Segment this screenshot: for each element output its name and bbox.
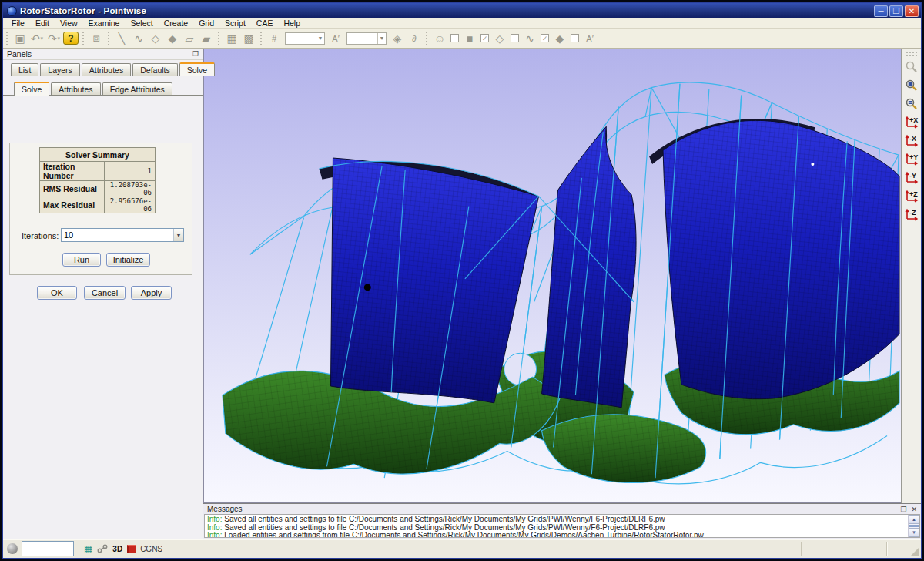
toolbar-grip[interactable] xyxy=(906,55,917,56)
save-icon[interactable]: ▣ xyxy=(12,31,28,46)
grid-mode-icon[interactable]: ▦ xyxy=(84,543,92,554)
toolbar-grip[interactable] xyxy=(425,32,429,45)
undo-icon[interactable]: ↶▾ xyxy=(29,31,45,46)
menu-script[interactable]: Script xyxy=(219,18,251,28)
view-minus-x-button[interactable]: -X xyxy=(903,132,920,149)
view-toolbar: +X -X +Y -Y +Z -Z xyxy=(901,49,921,503)
restore-button[interactable]: ❐ xyxy=(889,5,903,17)
menu-edit[interactable]: Edit xyxy=(30,18,55,28)
main-toolbar: ▣ ↶▾ ↷▾ ? ⧈ ╲ ∿ ◇ ◆ ▱ ▰ ▦ ▩ # ▼ A′ ▼ ◈ ∂… xyxy=(3,29,921,49)
close-button[interactable]: ✕ xyxy=(905,5,919,17)
menu-help[interactable]: Help xyxy=(278,18,306,28)
zoom-equal-icon[interactable] xyxy=(903,95,920,112)
selection-dot[interactable] xyxy=(364,284,371,291)
tab-attributes[interactable]: Attributes xyxy=(82,63,131,76)
close-icon[interactable]: ✕ xyxy=(911,506,917,513)
messages-header[interactable]: Messages ❐ ✕ xyxy=(203,504,921,514)
spacing-combobox[interactable]: ▼ xyxy=(346,32,387,45)
menu-examine[interactable]: Examine xyxy=(83,18,126,28)
toolbar-grip[interactable] xyxy=(107,32,111,45)
solve-icon[interactable]: ◈ xyxy=(390,31,405,46)
toolbar-grip[interactable] xyxy=(259,32,263,45)
minimize-button[interactable]: ─ xyxy=(874,5,888,17)
scrollbar-thumb[interactable] xyxy=(909,525,919,527)
messages-log[interactable]: Info: Saved all entities and settings to… xyxy=(204,514,920,538)
structured-grid-icon[interactable]: ▦ xyxy=(224,31,239,46)
view-minus-y-button[interactable]: -Y xyxy=(903,169,920,186)
mask-database-icon[interactable]: ◆ xyxy=(552,31,567,46)
menu-cae[interactable]: CAE xyxy=(251,18,279,28)
shaded-block-icon[interactable]: ▰ xyxy=(199,31,214,46)
scroll-up-icon[interactable]: ▲ xyxy=(909,515,919,524)
cancel-button[interactable]: Cancel xyxy=(84,286,126,300)
ok-button[interactable]: OK xyxy=(37,286,77,300)
connector-icon[interactable]: ╲ xyxy=(114,31,129,46)
run-button[interactable]: Run xyxy=(62,253,101,267)
view-plus-y-button[interactable]: +Y xyxy=(903,150,920,167)
curve-icon[interactable]: ∿ xyxy=(131,31,146,46)
float-panel-icon[interactable]: ❐ xyxy=(192,50,199,58)
iterations-input[interactable] xyxy=(62,229,173,241)
subtab-solve[interactable]: Solve xyxy=(14,82,49,96)
panels-icon[interactable]: ⧈ xyxy=(89,31,104,46)
spacing-icon[interactable]: A′ xyxy=(328,31,343,46)
solver-summary-table: Solver Summary Iteration Number 1 RMS Re… xyxy=(39,147,156,213)
mask-block-checkbox[interactable] xyxy=(450,34,459,42)
mask-spacing-checkbox[interactable] xyxy=(571,34,579,42)
shaded-domain-icon[interactable]: ◆ xyxy=(165,31,180,46)
mask-database-checkbox[interactable]: ✓ xyxy=(541,34,549,42)
mask-spacing-icon[interactable]: A′ xyxy=(582,31,598,46)
menu-create[interactable]: Create xyxy=(159,18,194,28)
dimension-mode-label[interactable]: 3D xyxy=(112,545,122,553)
tab-list[interactable]: List xyxy=(11,63,38,76)
cae-solver-label[interactable]: CGNS xyxy=(140,545,162,553)
tab-layers[interactable]: Layers xyxy=(40,63,80,76)
float-panel-icon[interactable]: ❐ xyxy=(900,506,906,513)
boundary-icon[interactable]: ∂ xyxy=(407,31,422,46)
resize-grip[interactable] xyxy=(910,547,919,556)
redo-icon[interactable]: ↷▾ xyxy=(46,31,62,46)
dimension-combobox[interactable]: ▼ xyxy=(285,32,325,45)
menu-select[interactable]: Select xyxy=(125,18,158,28)
mask-domain-icon[interactable]: ◇ xyxy=(492,31,507,46)
link-icon[interactable] xyxy=(97,544,108,553)
tab-defaults[interactable]: Defaults xyxy=(132,63,178,76)
scroll-down-icon[interactable]: ▼ xyxy=(909,528,919,537)
mask-domain-checkbox[interactable]: ✓ xyxy=(480,34,489,42)
view-plus-x-button[interactable]: +X xyxy=(903,113,920,130)
chevron-down-icon[interactable]: ▼ xyxy=(377,33,386,44)
spacing-combobox-input[interactable] xyxy=(347,34,377,42)
menu-view[interactable]: View xyxy=(55,18,83,28)
mask-connector-checkbox[interactable] xyxy=(511,34,519,42)
panels-header[interactable]: Panels ❐ xyxy=(3,49,203,60)
subtab-attributes[interactable]: Attributes xyxy=(51,82,100,95)
chevron-down-icon[interactable]: ▼ xyxy=(173,229,183,241)
apply-button[interactable]: Apply xyxy=(131,286,172,300)
mask-connector-icon[interactable]: ∿ xyxy=(522,31,537,46)
toolbar-grip[interactable] xyxy=(5,32,9,45)
menu-file[interactable]: File xyxy=(6,18,30,28)
block-icon[interactable]: ▱ xyxy=(182,31,197,46)
unstructured-grid-icon[interactable]: ▩ xyxy=(241,31,256,46)
view-minus-z-button[interactable]: -Z xyxy=(903,206,920,223)
tab-solve[interactable]: Solve xyxy=(179,62,215,76)
iterations-combobox[interactable]: ▼ xyxy=(61,228,184,242)
menu-grid[interactable]: Grid xyxy=(193,18,219,28)
toolbar-grip[interactable] xyxy=(217,32,221,45)
dimension-combobox-input[interactable] xyxy=(286,34,316,42)
view-plus-z-button[interactable]: +Z xyxy=(903,187,920,204)
toolbar-grip[interactable] xyxy=(82,32,85,45)
chevron-down-icon[interactable]: ▼ xyxy=(316,33,324,44)
initialize-button[interactable]: Initialize xyxy=(106,253,150,267)
mask-face-icon[interactable]: ☺ xyxy=(432,31,447,46)
help-icon[interactable]: ? xyxy=(63,32,79,45)
zoom-box-icon[interactable] xyxy=(903,76,920,93)
domain-icon[interactable]: ◇ xyxy=(148,31,163,46)
mask-block-icon[interactable]: ■ xyxy=(462,31,477,46)
dimension-icon[interactable]: # xyxy=(266,31,282,46)
3d-viewport[interactable] xyxy=(203,49,901,503)
subtab-edge-attributes[interactable]: Edge Attributes xyxy=(102,82,172,95)
toolbar-grip[interactable] xyxy=(906,52,917,53)
zoom-icon[interactable] xyxy=(903,58,920,75)
messages-scrollbar[interactable]: ▲ ▼ xyxy=(908,515,919,537)
